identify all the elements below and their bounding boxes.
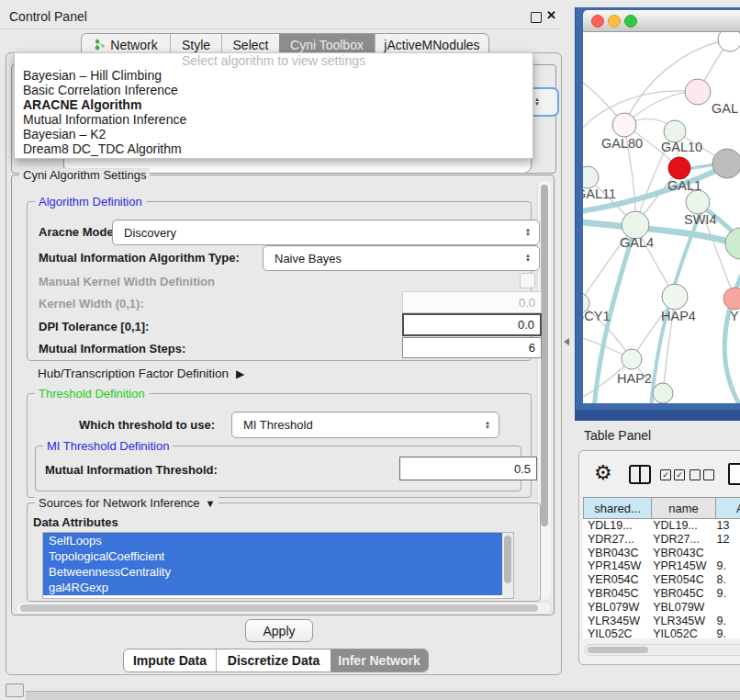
dpi-tolerance-field[interactable]: 0.0 (402, 313, 542, 336)
tab-infer-network[interactable]: Infer Network (331, 649, 428, 672)
split-pane-divider[interactable] (562, 7, 575, 692)
menu-item-bayesian-hill-climbing[interactable]: Bayesian – Hill Climbing (15, 68, 533, 83)
network-window: GAL GAL80 GAL10 GAL1 GAL11 SWI4 GAL4 GCY… (575, 7, 740, 421)
table-rows[interactable]: YDL19...YDL19...13 YDR27...YDR27...12 YB… (583, 519, 740, 638)
mi-threshold-group-title: MI Threshold Definition (43, 439, 173, 453)
node[interactable] (725, 228, 740, 259)
node[interactable] (612, 113, 636, 137)
collapse-down-icon: ▼ (206, 498, 216, 509)
apply-button[interactable]: Apply (245, 619, 313, 642)
node-label: GAL10 (661, 140, 702, 154)
split-columns-icon[interactable] (629, 465, 651, 484)
mi-steps-value: 6 (529, 341, 535, 355)
scrollbar-thumb[interactable] (504, 536, 511, 583)
node[interactable] (685, 79, 711, 105)
select-all-checkboxes-icon[interactable]: ✓ ✓ (660, 469, 685, 480)
aracne-mode-combo[interactable]: Discovery ▲▼ (112, 220, 540, 245)
data-attributes-list[interactable]: SelfLoops TopologicalCoefficient Between… (42, 532, 514, 599)
column-header-name[interactable]: name (652, 498, 716, 518)
mi-steps-field[interactable]: 6 (402, 337, 542, 358)
settings-horizontal-scrollbar[interactable] (16, 602, 552, 615)
data-attributes-label: Data Attributes (33, 515, 118, 529)
minimize-window-icon[interactable] (608, 15, 621, 28)
scrollbar-thumb[interactable] (541, 185, 548, 526)
apply-label: Apply (263, 624, 295, 638)
column-label: A (736, 502, 740, 515)
table-panel-title: Table Panel (584, 428, 651, 443)
close-panel-icon[interactable]: ✕ (546, 8, 556, 22)
column-header-partial[interactable]: A (716, 498, 740, 518)
bottom-panel-edge[interactable] (26, 691, 740, 700)
tab-discretize-data[interactable]: Discretize Data (217, 649, 331, 672)
list-vertical-scrollbar[interactable] (502, 533, 513, 598)
tab-label: Select (233, 38, 269, 52)
menu-item-mutual-information[interactable]: Mutual Information Inference (15, 112, 533, 127)
column-label: name (668, 502, 699, 515)
table-row[interactable]: YER054CYER054C8. (583, 573, 740, 587)
tab-label: Style (182, 38, 210, 52)
mi-type-combo[interactable]: Naive Bayes ▲▼ (263, 245, 540, 271)
menu-item-aracne[interactable]: ARACNE Algorithm (15, 97, 533, 112)
node[interactable] (662, 284, 688, 310)
node-gal1-selected[interactable] (668, 157, 690, 179)
float-window-icon[interactable] (531, 12, 542, 23)
deselect-all-checkboxes-icon[interactable] (690, 469, 714, 480)
node-label: GCY1 (583, 309, 611, 323)
node-label: SWI4 (684, 212, 716, 227)
list-item[interactable]: SelfLoops (43, 533, 513, 548)
kernel-width-value: 0.0 (519, 296, 535, 310)
table-row[interactable]: YLR345WYLR345W9. (583, 615, 740, 628)
node[interactable] (622, 349, 642, 369)
close-window-icon[interactable] (591, 15, 604, 28)
table-row[interactable]: YBR043CYBR043C (583, 547, 740, 560)
table-row[interactable]: YBR045CYBR045C9. (583, 587, 740, 601)
which-threshold-combo[interactable]: MI Threshold ▲▼ (231, 412, 499, 438)
list-item[interactable]: TopologicalCoefficient (43, 548, 513, 564)
mi-threshold-field[interactable]: 0.5 (399, 457, 537, 480)
network-icon (94, 39, 106, 51)
table-row[interactable]: YDL19...YDL19...13 (583, 519, 740, 533)
algorithm-definition-title: Algorithm Definition (35, 195, 146, 209)
menu-item-bayesian-k2[interactable]: Bayesian – K2 (15, 127, 533, 141)
list-item[interactable]: BetweennessCentrality (43, 564, 513, 580)
page-icon[interactable] (728, 463, 740, 485)
manual-kernel-checkbox[interactable] (520, 273, 535, 288)
table-toolbar: ⚙ ✓ ✓ (579, 460, 740, 491)
node[interactable] (686, 190, 710, 214)
table-row[interactable]: YDR27...YDR27...12 (583, 533, 740, 547)
node[interactable] (653, 383, 673, 403)
node[interactable] (718, 32, 740, 51)
kernel-width-field[interactable]: 0.0 (402, 291, 542, 313)
network-canvas[interactable]: GAL GAL80 GAL10 GAL1 GAL11 SWI4 GAL4 GCY… (583, 32, 740, 403)
table-row[interactable]: YPR145WYPR145W9. (583, 559, 740, 573)
menu-item-basic-correlation[interactable]: Basic Correlation Inference (15, 83, 533, 97)
node[interactable] (712, 149, 740, 178)
sources-title-text: Sources for Network Inference (39, 496, 200, 510)
node-label: GAL80 (601, 136, 643, 151)
panel-title: Control Panel (9, 9, 87, 24)
network-window-titlebar[interactable] (583, 10, 740, 32)
table-horizontal-scrollbar[interactable] (585, 644, 740, 656)
restore-panel-icon[interactable] (6, 683, 24, 697)
sources-group-title[interactable]: Sources for Network Inference ▼ (35, 496, 219, 510)
which-threshold-label: Which threshold to use: (79, 418, 215, 432)
zoom-window-icon[interactable] (624, 15, 637, 28)
node[interactable] (723, 288, 740, 310)
collapse-left-icon[interactable] (564, 338, 569, 345)
which-threshold-value: MI Threshold (232, 418, 480, 432)
scrollbar-thumb[interactable] (20, 604, 538, 612)
algorithm-dropdown-popup: Select algorithm to view settings Bayesi… (14, 52, 533, 159)
menu-item-dream8[interactable]: Dream8 DC_TDC Algorithm (15, 141, 533, 156)
table-row[interactable]: YBL079WYBL079W (583, 601, 740, 615)
aracne-mode-label: Aracne Mode: (39, 225, 118, 239)
hub-factor-expander[interactable]: Hub/Transcription Factor Definition ▶ (38, 367, 244, 380)
tab-impute-data[interactable]: Impute Data (124, 649, 216, 672)
scrollbar-thumb[interactable] (588, 647, 648, 653)
settings-gear-icon[interactable]: ⚙ (594, 461, 612, 485)
tab-label: Network (110, 38, 157, 52)
list-item[interactable]: gal4RGexp (43, 580, 513, 595)
mi-type-value: Naive Bayes (263, 252, 521, 265)
table-row[interactable]: YIL052CYIL052C9. (583, 627, 740, 638)
tab-label: Cyni Toolbox (290, 38, 364, 52)
column-header-shared-name[interactable]: shared... (584, 498, 652, 518)
